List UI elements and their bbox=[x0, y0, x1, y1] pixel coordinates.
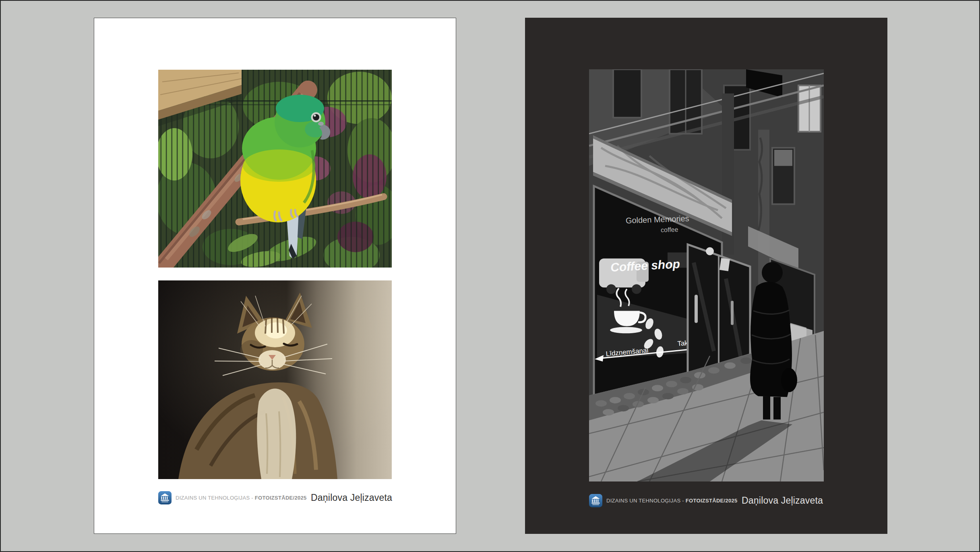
author-name: Daņilova Jeļizaveta bbox=[742, 495, 823, 506]
exhibition-brand-text: DIZAINS UN TEHNOLOĢIJAS - FOTOIZSTĀDE/20… bbox=[606, 498, 738, 504]
brand-bold: FOTOIZSTĀDE/2025 bbox=[686, 498, 738, 504]
parrot-photo bbox=[158, 70, 392, 268]
author-name: Daņilova Jeļizaveta bbox=[311, 492, 392, 503]
parrot-photo-art bbox=[158, 70, 392, 268]
design-canvas: DIZAINS UN TEHNOLOĢIJAS - FOTOIZSTĀDE/20… bbox=[0, 0, 980, 552]
poster-dark: Golden Memories coffee Coffee shop bbox=[525, 18, 887, 534]
poster-footer: DIZAINS UN TEHNOLOĢIJAS - FOTOIZSTĀDE/20… bbox=[158, 489, 392, 506]
cat-photo-art bbox=[158, 280, 392, 479]
street-photo: Golden Memories coffee Coffee shop bbox=[589, 69, 824, 481]
cat-photo bbox=[158, 280, 392, 479]
poster-footer: DIZAINS UN TEHNOLOĢIJAS - FOTOIZSTĀDE/20… bbox=[589, 492, 823, 509]
street-photo-art: Golden Memories coffee Coffee shop bbox=[589, 69, 824, 481]
shop-sign-line2: coffee bbox=[661, 226, 678, 233]
museum-building-icon bbox=[158, 491, 172, 504]
brand-prefix: DIZAINS UN TEHNOLOĢIJAS - bbox=[606, 498, 686, 504]
exhibition-brand-text: DIZAINS UN TEHNOLOĢIJAS - FOTOIZSTĀDE/20… bbox=[176, 495, 307, 501]
brand-bold: FOTOIZSTĀDE/2025 bbox=[255, 495, 307, 501]
poster-white: DIZAINS UN TEHNOLOĢIJAS - FOTOIZSTĀDE/20… bbox=[94, 18, 456, 534]
brand-prefix: DIZAINS UN TEHNOLOĢIJAS - bbox=[176, 495, 255, 501]
museum-building-icon bbox=[589, 494, 602, 507]
